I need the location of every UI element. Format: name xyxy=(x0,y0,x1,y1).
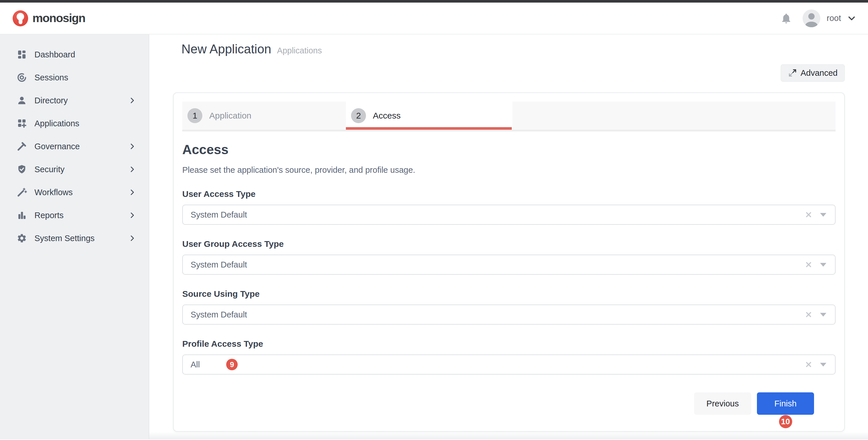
field-label: Source Using Type xyxy=(182,289,836,299)
advanced-button[interactable]: Advanced xyxy=(781,64,845,82)
sidebar-item-applications[interactable]: Applications xyxy=(0,112,149,135)
select-value: System Default xyxy=(191,310,247,319)
field-user-group-access-type: User Group Access Type System Default xyxy=(182,239,836,275)
chevron-right-icon xyxy=(129,189,136,196)
sidebar-item-label: System Settings xyxy=(34,233,95,243)
monosign-logo-icon xyxy=(12,10,28,26)
sidebar: Dashboard Sessions Directory Application… xyxy=(0,34,149,439)
sidebar-item-sessions[interactable]: Sessions xyxy=(0,66,149,89)
clear-x-icon[interactable] xyxy=(805,311,813,319)
select-value: All xyxy=(191,360,200,369)
previous-button[interactable]: Previous xyxy=(694,392,751,415)
step-label: Access xyxy=(373,111,401,121)
sidebar-item-label: Governance xyxy=(34,142,80,151)
page-footer-area xyxy=(149,432,868,439)
sidebar-item-directory[interactable]: Directory xyxy=(0,89,149,112)
clear-x-icon[interactable] xyxy=(805,261,813,269)
caret-down-icon[interactable] xyxy=(820,263,826,266)
advanced-button-label: Advanced xyxy=(801,68,838,78)
breadcrumb: Applications xyxy=(277,46,322,55)
chevron-right-icon xyxy=(129,166,136,173)
user-menu[interactable]: root xyxy=(803,9,856,27)
step-label: Application xyxy=(209,111,251,121)
workflows-icon xyxy=(17,187,27,197)
chevron-right-icon xyxy=(129,97,136,104)
section-heading: Access xyxy=(182,142,836,157)
reports-icon xyxy=(17,210,27,220)
wizard-steps: 1 Application 2 Access xyxy=(182,102,836,130)
sidebar-item-label: Directory xyxy=(34,96,68,105)
chevron-right-icon xyxy=(129,212,136,219)
logo-home-link[interactable]: monosign xyxy=(12,10,85,26)
annotation-badge-10: 10 xyxy=(779,415,792,428)
source-using-type-select[interactable]: System Default xyxy=(182,305,836,325)
window-top-strip xyxy=(0,0,868,3)
step-tab-empty xyxy=(513,102,836,130)
bell-icon[interactable] xyxy=(780,12,792,24)
wizard-actions: Previous Finish 10 xyxy=(182,392,814,415)
sidebar-item-label: Security xyxy=(34,165,65,174)
sidebar-item-dashboard[interactable]: Dashboard xyxy=(0,43,149,66)
main-content: New Application Applications Advanced 1 … xyxy=(149,34,868,439)
section-description: Please set the application's source, pro… xyxy=(182,165,836,175)
sidebar-item-label: Dashboard xyxy=(34,50,75,59)
caret-down-icon[interactable] xyxy=(820,363,826,367)
caret-down-icon[interactable] xyxy=(820,213,826,217)
wizard-card: 1 Application 2 Access Access Please set… xyxy=(173,92,845,432)
sidebar-item-governance[interactable]: Governance xyxy=(0,135,149,158)
user-avatar-icon xyxy=(803,9,820,27)
chevron-right-icon xyxy=(129,234,136,242)
sidebar-item-reports[interactable]: Reports xyxy=(0,204,149,227)
clear-x-icon[interactable] xyxy=(805,360,813,369)
sidebar-item-workflows[interactable]: Workflows xyxy=(0,181,149,204)
expand-arrows-icon xyxy=(788,68,797,77)
sidebar-item-system-settings[interactable]: System Settings xyxy=(0,227,149,250)
applications-icon xyxy=(17,118,27,129)
step-tab-access[interactable]: 2 Access xyxy=(346,102,512,130)
governance-icon xyxy=(17,141,27,152)
annotation-badge-9: 9 xyxy=(226,359,238,370)
field-label: User Group Access Type xyxy=(182,239,836,249)
user-access-type-select[interactable]: System Default xyxy=(182,205,836,225)
field-label: Profile Access Type xyxy=(182,339,836,349)
page-title: New Application xyxy=(181,42,271,56)
logo-text: monosign xyxy=(32,11,85,25)
sidebar-item-security[interactable]: Security xyxy=(0,158,149,181)
step-number-badge: 2 xyxy=(351,108,366,123)
sidebar-item-label: Applications xyxy=(34,119,79,128)
chevron-down-icon xyxy=(847,14,856,23)
page-head: New Application Applications xyxy=(149,34,868,56)
field-user-access-type: User Access Type System Default xyxy=(182,189,836,225)
field-profile-access-type: Profile Access Type All 9 xyxy=(182,339,836,375)
finish-button[interactable]: Finish xyxy=(757,392,814,415)
app-header: monosign root xyxy=(0,3,868,34)
select-value: System Default xyxy=(191,210,247,220)
step-tab-application[interactable]: 1 Application xyxy=(182,102,346,130)
username: root xyxy=(827,13,841,23)
chevron-right-icon xyxy=(129,143,136,150)
field-label: User Access Type xyxy=(182,189,836,199)
select-value: System Default xyxy=(191,260,247,270)
user-group-access-type-select[interactable]: System Default xyxy=(182,255,836,275)
sidebar-item-label: Reports xyxy=(34,211,64,220)
step-number-badge: 1 xyxy=(187,108,203,123)
sidebar-item-label: Sessions xyxy=(34,73,68,83)
field-source-using-type: Source Using Type System Default xyxy=(182,289,836,325)
sidebar-item-label: Workflows xyxy=(34,188,73,197)
sessions-icon xyxy=(17,72,27,83)
security-icon xyxy=(17,164,27,175)
profile-access-type-select[interactable]: All 9 xyxy=(182,354,836,375)
dashboard-icon xyxy=(17,50,27,60)
caret-down-icon[interactable] xyxy=(820,313,826,317)
clear-x-icon[interactable] xyxy=(805,211,813,219)
system-settings-icon xyxy=(17,233,27,243)
directory-icon xyxy=(17,95,27,106)
